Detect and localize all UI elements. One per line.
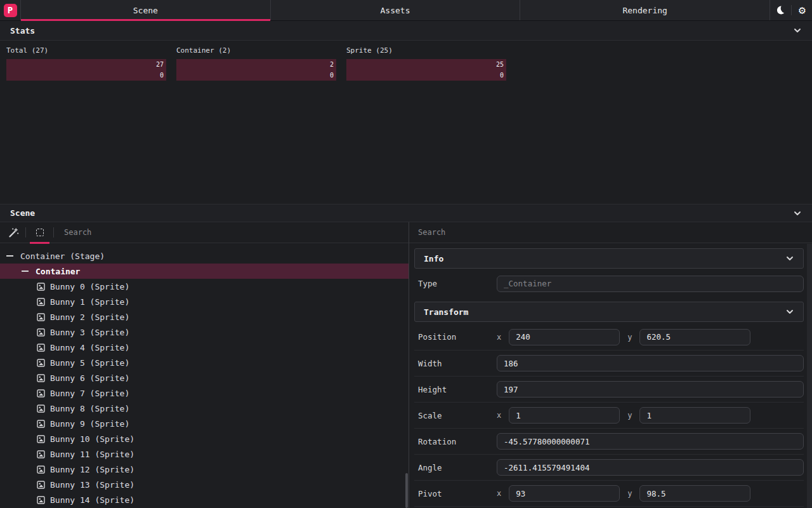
- field-label: Pivot: [418, 489, 497, 498]
- tree-node-label: Bunny 9 (Sprite): [50, 419, 129, 429]
- tree-node-label: Bunny 5 (Sprite): [50, 358, 129, 368]
- field-label: Type: [418, 279, 497, 288]
- collapse-icon: [6, 255, 13, 257]
- tab-scene[interactable]: Scene: [21, 0, 271, 20]
- tree-node[interactable]: Container: [0, 264, 409, 279]
- chevron-down-icon: [785, 254, 794, 263]
- properties-search-input[interactable]: [418, 228, 812, 237]
- y-axis-label: y: [627, 333, 632, 342]
- stat-label: Sprite (25): [346, 46, 506, 55]
- stat-bar: 2: [176, 59, 336, 70]
- tree-node[interactable]: Bunny 9 (Sprite): [0, 416, 409, 431]
- tree-node-label: Bunny 14 (Sprite): [50, 495, 134, 505]
- tree-node-label: Bunny 10 (Sprite): [50, 434, 134, 444]
- tree-node[interactable]: Bunny 7 (Sprite): [0, 385, 409, 401]
- stats-section-title: Stats: [10, 26, 35, 36]
- field-row-type: Type: [414, 271, 804, 297]
- tree-node-label: Bunny 3 (Sprite): [50, 328, 129, 337]
- stat-block: Sprite (25)250: [346, 46, 506, 81]
- position-y-input[interactable]: [639, 329, 750, 345]
- tree-node-label: Bunny 12 (Sprite): [50, 465, 134, 474]
- sprite-icon: [37, 298, 45, 306]
- tree-node[interactable]: Bunny 6 (Sprite): [0, 370, 409, 385]
- sprite-icon: [37, 450, 45, 458]
- tree-node[interactable]: Bunny 1 (Sprite): [0, 294, 409, 309]
- scene-split: Container (Stage)ContainerBunny 0 (Sprit…: [0, 222, 812, 508]
- chevron-down-icon: [793, 26, 802, 35]
- stat-bar: 25: [346, 59, 506, 70]
- sprite-icon: [37, 435, 45, 443]
- stat-label: Container (2): [176, 46, 336, 55]
- stat-bar: 0: [176, 70, 336, 81]
- field-label: Position: [418, 332, 497, 342]
- x-axis-label: x: [497, 333, 501, 342]
- position-x-input[interactable]: [509, 329, 620, 345]
- x-axis-label: x: [497, 411, 501, 420]
- marquee-select-icon[interactable]: [30, 222, 49, 243]
- stats-section-header[interactable]: Stats: [0, 21, 812, 41]
- field-row-position: Positionxy: [414, 324, 804, 350]
- angle-input[interactable]: [497, 459, 804, 476]
- pixijs-logo: P: [4, 4, 17, 17]
- tree-node[interactable]: Bunny 10 (Sprite): [0, 431, 409, 446]
- sprite-icon: [37, 465, 45, 474]
- tree-scrollbar-thumb[interactable]: [405, 473, 408, 508]
- section-title: Transform: [424, 307, 468, 317]
- y-axis-label: y: [627, 489, 632, 498]
- section-header-info[interactable]: Info: [414, 248, 804, 269]
- section-header-transform[interactable]: Transform: [414, 302, 804, 322]
- sprite-icon: [37, 374, 45, 382]
- stat-bar: 0: [6, 70, 166, 81]
- field-row-scale: Scalexy: [414, 402, 804, 428]
- tree-node[interactable]: Bunny 2 (Sprite): [0, 309, 409, 324]
- gear-icon[interactable]: ⚙: [796, 3, 809, 17]
- stat-bar: 0: [346, 70, 506, 81]
- tree-node-label: Bunny 11 (Sprite): [50, 450, 134, 459]
- field-label: Width: [418, 359, 497, 368]
- pivot-y-input[interactable]: [639, 485, 750, 502]
- tree-node-label: Bunny 2 (Sprite): [50, 312, 129, 322]
- properties-panel: InfoTypeTransformPositionxyWidthHeightSc…: [409, 222, 812, 508]
- stat-label: Total (27): [6, 46, 166, 55]
- scene-section-header[interactable]: Scene: [0, 204, 812, 222]
- tree-node[interactable]: Bunny 8 (Sprite): [0, 401, 409, 416]
- tab-rendering[interactable]: Rendering: [520, 0, 770, 20]
- type-input[interactable]: [497, 276, 804, 292]
- scene-tree: Container (Stage)ContainerBunny 0 (Sprit…: [0, 243, 409, 508]
- tree-node[interactable]: Bunny 0 (Sprite): [0, 279, 409, 294]
- topbar-actions: ⚙: [770, 0, 812, 20]
- tree-node[interactable]: Bunny 3 (Sprite): [0, 324, 409, 340]
- tab-assets-label: Assets: [381, 6, 410, 15]
- properties-scrollbar[interactable]: [807, 244, 812, 508]
- tree-node[interactable]: Bunny 13 (Sprite): [0, 477, 409, 492]
- tree-node-label: Bunny 0 (Sprite): [50, 282, 129, 291]
- section-title: Info: [424, 254, 443, 264]
- tree-node-label: Bunny 13 (Sprite): [50, 480, 134, 490]
- rotation-input[interactable]: [497, 433, 804, 450]
- pivot-x-input[interactable]: [509, 485, 620, 502]
- sprite-icon: [37, 283, 45, 291]
- width-input[interactable]: [497, 355, 804, 371]
- tab-scene-label: Scene: [133, 6, 158, 15]
- tab-rendering-label: Rendering: [622, 6, 667, 15]
- wand-icon[interactable]: [6, 222, 22, 243]
- tab-assets[interactable]: Assets: [271, 0, 521, 20]
- scale-y-input[interactable]: [639, 407, 750, 424]
- tree-node[interactable]: Bunny 14 (Sprite): [0, 492, 409, 507]
- tree-node[interactable]: Bunny 5 (Sprite): [0, 355, 409, 370]
- tree-node[interactable]: Bunny 11 (Sprite): [0, 446, 409, 462]
- tree-node[interactable]: Bunny 12 (Sprite): [0, 462, 409, 477]
- tab-bar: P Scene Assets Rendering ⚙: [0, 0, 812, 21]
- active-tool-underline: [30, 242, 49, 244]
- tree-node-label: Container (Stage): [20, 251, 105, 261]
- field-row-rotation: Rotation: [414, 428, 804, 454]
- tree-node-label: Bunny 1 (Sprite): [50, 297, 129, 307]
- tree-node[interactable]: Bunny 4 (Sprite): [0, 340, 409, 355]
- height-input[interactable]: [497, 381, 804, 398]
- tree-search-input[interactable]: [58, 228, 409, 237]
- scale-x-input[interactable]: [509, 407, 620, 424]
- moon-icon[interactable]: [774, 3, 787, 17]
- tree-node[interactable]: Container (Stage): [0, 248, 409, 264]
- sprite-icon: [37, 389, 45, 398]
- sprite-icon: [37, 496, 45, 504]
